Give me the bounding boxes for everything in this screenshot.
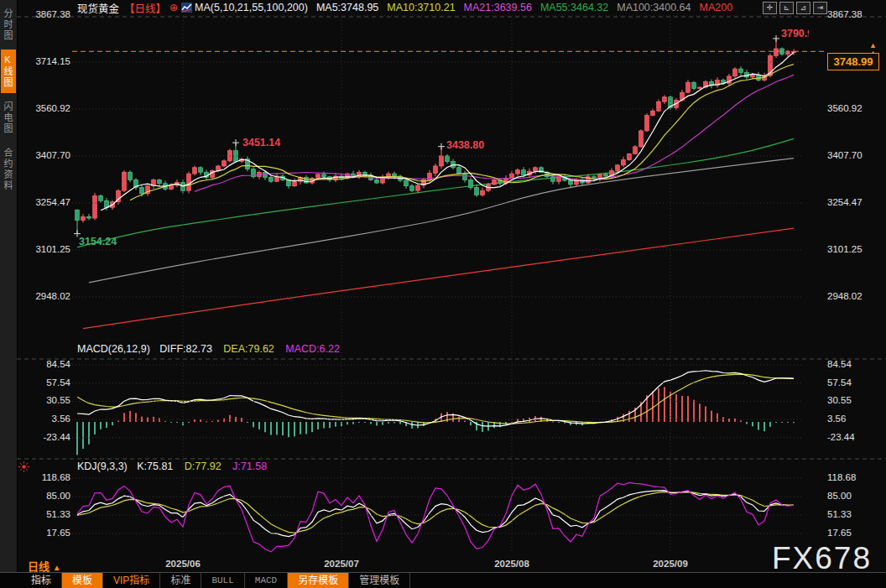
macd-axis-label: -23.44	[827, 432, 883, 442]
period-selector-arrow-icon: ▲	[53, 563, 61, 572]
kdj-axis-label: 85.00	[827, 491, 883, 501]
kdj-axis-label: 85.00	[22, 491, 70, 501]
toolbar-item-MACD[interactable]: MACD	[245, 573, 288, 588]
kdj-header: KDJ(9,3,3) K:75.81 D:77.92 J:71.58	[77, 461, 267, 472]
macd-axis-label: 57.54	[22, 377, 70, 388]
crosshair-tool-icon[interactable]: ✛	[763, 2, 777, 14]
macd-header: MACD(26,12,9) DIFF:82.73 DEA:79.62 MACD:…	[77, 343, 340, 355]
symbol-info-bar: 现货黄金 【日线】 ⊕ MA(5,10,21,55,100,200) MA5:3…	[17, 0, 886, 15]
price-axis-label: 3560.92	[827, 103, 883, 113]
axis-pointer-icon[interactable]: ⊿	[796, 2, 810, 14]
x-axis-month-label: 2025/08	[482, 559, 541, 569]
macd-param-label: MACD(26,12,9)	[77, 343, 150, 355]
price-axis-label: 3867.38	[22, 9, 70, 19]
svg-text:3438.80: 3438.80	[446, 139, 484, 151]
kdj-param-label: KDJ(9,3,3)	[77, 461, 128, 472]
price-axis-label: 2948.02	[22, 291, 70, 301]
sidebar-tab-合约资料[interactable]: 合约资料	[1, 143, 16, 196]
period-selector-label: 日线	[28, 560, 50, 573]
toolbar-item-指标[interactable]: 指标	[21, 573, 62, 588]
macd-macd-value: MACD:6.22	[285, 343, 340, 355]
ma-legend-item: MA10:3710.21	[387, 2, 455, 13]
chart-type-sidebar: 分时图K线图闪电图合约资料	[0, 0, 18, 572]
svg-text:3154.24: 3154.24	[79, 236, 117, 247]
kdj-j-value: J:71.58	[232, 461, 267, 472]
chart-thumbnail-icon	[181, 3, 192, 13]
price-axis-label: 3867.38	[827, 9, 883, 19]
chart-toolbar: ✛⊾⊿⇥	[763, 2, 827, 14]
macd-axis-label: 3.56	[827, 414, 883, 424]
kdj-axis-label: 51.33	[22, 509, 70, 519]
toolbar-item-标准[interactable]: 标准	[160, 573, 201, 588]
kdj-d-value: D:77.92	[185, 461, 222, 472]
price-axis-label: 3101.25	[22, 244, 70, 254]
macd-axis-label: 30.55	[22, 395, 70, 405]
price-axis-label: 3714.15	[22, 56, 70, 66]
price-axis-label: 2948.02	[827, 291, 883, 301]
price-axis-label: 3407.70	[22, 150, 70, 160]
kdj-axis-label: 51.33	[827, 509, 883, 519]
watermark: FX678	[772, 541, 872, 576]
ma-legend-item: MA21:3639.56	[464, 2, 532, 13]
macd-axis-label: -23.44	[22, 432, 70, 442]
macd-axis-label: 3.56	[22, 414, 70, 424]
sidebar-tab-分时图[interactable]: 分时图	[1, 3, 16, 46]
ma-legend: MA5:3748.95MA10:3710.21MA21:3639.56MA55:…	[316, 2, 741, 13]
toolbar-item-VIP指标[interactable]: VIP指标	[103, 573, 160, 588]
kdj-axis-label: 17.65	[22, 528, 70, 538]
kdj-k-value: K:75.81	[137, 461, 173, 472]
price-axis-label: 3101.25	[827, 244, 883, 254]
trading-app-window: 分时图K线图闪电图合约资料 现货黄金 【日线】 ⊕ MA(5,10,21,55,…	[0, 0, 886, 588]
shift-right-icon[interactable]: ⇥	[813, 2, 827, 14]
price-axis-label: 3254.47	[22, 197, 70, 207]
ma-legend-item: MA55:3464.32	[540, 2, 608, 13]
macd-axis-label: 57.54	[827, 377, 883, 388]
price-axis-label: 3560.92	[22, 103, 70, 113]
sidebar-tab-K线图[interactable]: K线图	[1, 49, 16, 93]
sidebar-tab-闪电图[interactable]: 闪电图	[1, 96, 16, 139]
main-chart-canvas[interactable]: 3790.973451.143438.803154.24	[17, 15, 886, 554]
last-price-box: 3748.99	[827, 53, 879, 70]
x-axis-month-label: 2025/09	[641, 559, 700, 569]
toolbar-item-模板[interactable]: 模板	[62, 573, 103, 588]
price-axis-label: 3407.70	[827, 150, 883, 160]
ma-param-label: MA(5,10,21,55,100,200)	[195, 2, 308, 13]
svg-text:3451.14: 3451.14	[242, 137, 280, 148]
kdj-axis-label: 17.65	[827, 528, 883, 538]
indicator-toolbar: 指标模板VIP指标标准BULLMACD另存模板管理模板	[0, 572, 886, 588]
macd-axis-label: 30.55	[827, 395, 883, 405]
kdj-axis-label: 118.68	[22, 472, 70, 482]
macd-axis-label: 84.54	[827, 359, 883, 369]
price-axis-label: 3254.47	[827, 197, 883, 207]
x-axis-month-label: 2025/07	[312, 559, 371, 569]
ma-legend-item: MA100:3400.64	[617, 2, 691, 13]
period-tag: 【日线】	[124, 0, 166, 16]
toolbar-item-管理模板[interactable]: 管理模板	[349, 573, 410, 588]
toolbar-item-BULL[interactable]: BULL	[201, 573, 244, 588]
axis-scale-icon[interactable]: ⊾	[779, 2, 794, 14]
x-axis-month-label: 2025/06	[154, 559, 212, 569]
toolbar-item-另存模板[interactable]: 另存模板	[288, 573, 349, 588]
svg-text:3790.97: 3790.97	[781, 28, 819, 39]
ma-legend-item: MA200	[699, 2, 732, 13]
macd-axis-label: 84.54	[22, 359, 70, 369]
live-indicator-icon[interactable]	[18, 461, 29, 472]
symbol-title: 现货黄金	[77, 0, 119, 16]
kdj-axis-label: 118.68	[827, 472, 883, 482]
macd-diff-value: DIFF:82.73	[159, 343, 212, 355]
macd-dea-value: DEA:79.62	[223, 343, 274, 355]
ma-legend-item: MA5:3748.95	[316, 2, 378, 13]
add-overlay-icon[interactable]: ⊕	[169, 2, 178, 13]
